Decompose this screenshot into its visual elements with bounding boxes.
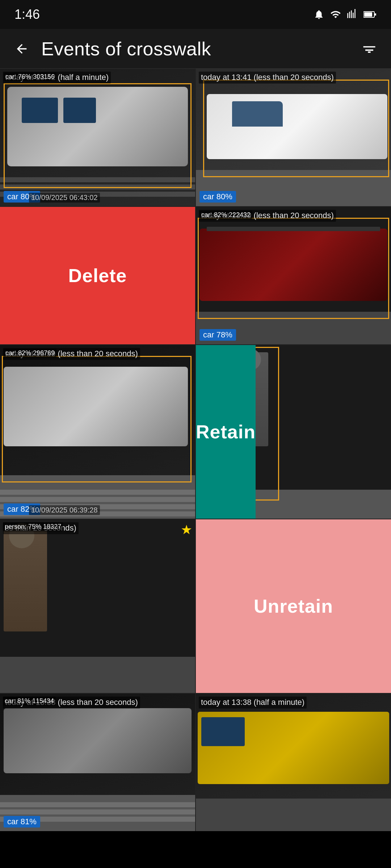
conf-label-9: car: 81% 115434 xyxy=(3,697,56,706)
label-badge-9: car 81% xyxy=(4,816,40,827)
event-cell-10[interactable]: today at 13:38 (half a minute) xyxy=(196,694,391,831)
event-cell-3[interactable]: today at 13:41 (less than 20 seco Delete xyxy=(0,207,195,344)
status-bar: 1:46 xyxy=(0,0,391,29)
filter-icon xyxy=(361,41,377,57)
svg-rect-1 xyxy=(364,12,372,17)
event-cell-5[interactable]: today at 13:39 (less than 20 seconds) ca… xyxy=(0,345,195,519)
detection-box xyxy=(4,83,192,188)
date-overlay-1: 10/09/2025 06:43:02 xyxy=(29,193,100,203)
event-timestamp-2: today at 13:41 (less than 20 seconds) xyxy=(199,72,336,84)
conf-label-4: car: 82% 222432 xyxy=(199,210,252,220)
detection-box-4 xyxy=(198,218,389,319)
svg-rect-2 xyxy=(375,13,376,16)
retain-action-overlay[interactable]: Retain xyxy=(196,345,256,519)
unretain-action-overlay[interactable]: Unretain xyxy=(196,519,391,693)
event-cell-2[interactable]: today at 13:41 (less than 20 seconds) ca… xyxy=(196,69,391,206)
detection-box-5 xyxy=(2,356,192,482)
wifi-icon xyxy=(330,9,341,20)
event-cell-6[interactable]: (half a minute) Retain xyxy=(196,345,391,519)
starred-icon-7: ★ xyxy=(181,522,192,537)
event-timestamp-10: today at 13:38 (half a minute) xyxy=(199,697,307,709)
event-cell-1[interactable]: today at 13:42 (half a minute) car: 76% … xyxy=(0,69,195,206)
date-overlay-5: 10/09/2025 06:39:28 xyxy=(29,505,100,515)
events-grid: today at 13:42 (half a minute) car: 76% … xyxy=(0,69,391,831)
notification-icon xyxy=(314,9,324,20)
conf-label-7: person: 75% 18327 xyxy=(3,522,63,531)
filter-button[interactable] xyxy=(358,38,380,60)
detection-box-2 xyxy=(203,80,389,177)
event-cell-8[interactable]: today at 13:38 (less than 20 seconds) ★ … xyxy=(196,519,391,693)
label-badge-2: car 80% xyxy=(199,191,236,203)
conf-label-5: car: 82% 296769 xyxy=(4,349,56,358)
conf-label-1: car: 76% 303156 xyxy=(4,72,56,81)
delete-action-overlay[interactable]: Delete xyxy=(0,207,195,344)
event-cell-4[interactable]: today at 13:39 (less than 20 seconds) ca… xyxy=(196,207,391,344)
signal-icon xyxy=(347,9,358,20)
battery-icon xyxy=(363,10,377,19)
back-button[interactable] xyxy=(11,38,33,60)
event-cell-9[interactable]: today at 13:38 (less than 20 seconds) ca… xyxy=(0,694,195,831)
back-icon xyxy=(14,42,29,56)
label-badge-4: car 78% xyxy=(199,329,236,341)
app-bar: Events of crosswalk xyxy=(0,29,391,69)
status-time: 1:46 xyxy=(14,7,40,22)
page-title: Events of crosswalk xyxy=(41,38,350,60)
status-icons xyxy=(314,9,377,20)
event-cell-7[interactable]: ss than 20 seconds) person: 75% 18327 ★ xyxy=(0,519,195,693)
